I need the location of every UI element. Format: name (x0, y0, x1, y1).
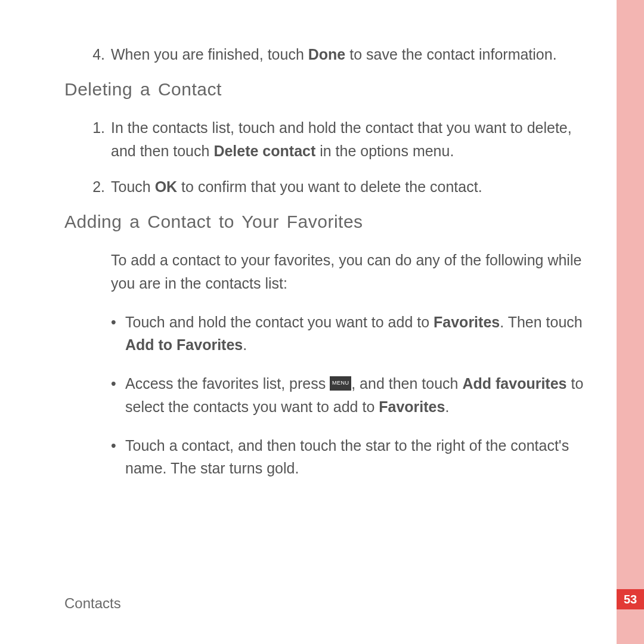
text-pre: Touch and hold the contact you want to a… (125, 314, 434, 330)
text-pre: When you are finished, touch (111, 46, 308, 63)
text-bold: Done (308, 46, 346, 63)
bullet-text: Touch a contact, and then touch the star… (125, 434, 589, 481)
page-content: 4. When you are finished, touch Done to … (64, 43, 589, 496)
heading-adding-favorites: Adding a Contact to Your Favorites (64, 212, 589, 232)
side-tab-band (617, 0, 644, 644)
text-post: . (243, 336, 247, 353)
text-post: to save the contact information. (345, 46, 556, 63)
text-bold: Add favourites (462, 375, 566, 392)
bullet-text: Access the favorites list, press MENU, a… (125, 372, 589, 419)
bullet-icon: • (111, 434, 125, 481)
delete-step-2: 2. Touch OK to confirm that you want to … (64, 175, 589, 199)
step-number: 1. (64, 116, 111, 163)
bullet-icon: • (111, 372, 125, 419)
text-pre: Touch (111, 178, 155, 195)
step-number: 4. (64, 43, 111, 66)
text-post: in the options menu. (315, 143, 454, 159)
step-4: 4. When you are finished, touch Done to … (64, 43, 589, 66)
step-number: 2. (64, 175, 111, 199)
text-bold: Delete contact (213, 143, 315, 159)
menu-icon: MENU (330, 376, 351, 391)
step-text: In the contacts list, touch and hold the… (111, 116, 589, 163)
footer-section-label: Contacts (64, 595, 121, 612)
page-number-badge: 53 (617, 589, 644, 609)
heading-deleting-contact: Deleting a Contact (64, 79, 589, 100)
text-bold: Favorites (379, 398, 445, 415)
text-post: . (445, 398, 449, 415)
page-number: 53 (624, 593, 637, 606)
favorites-intro: To add a contact to your favorites, you … (111, 249, 589, 295)
step-text: Touch OK to confirm that you want to del… (111, 175, 589, 199)
text-bold: OK (155, 178, 178, 195)
step-text: When you are finished, touch Done to sav… (111, 43, 589, 66)
bullet-text: Touch and hold the contact you want to a… (125, 311, 589, 357)
delete-step-1: 1. In the contacts list, touch and hold … (64, 116, 589, 163)
text-pre: Access the favorites list, press (125, 375, 330, 392)
fav-bullet-2: • Access the favorites list, press MENU,… (111, 372, 589, 419)
bullet-icon: • (111, 311, 125, 357)
fav-bullet-3: • Touch a contact, and then touch the st… (111, 434, 589, 481)
fav-bullet-1: • Touch and hold the contact you want to… (111, 311, 589, 357)
text-mid: . Then touch (500, 314, 583, 330)
text-bold: Favorites (434, 314, 500, 330)
text-mid: , and then touch (351, 375, 462, 392)
text-post: to confirm that you want to delete the c… (177, 178, 482, 195)
text-bold: Add to Favorites (125, 336, 243, 353)
